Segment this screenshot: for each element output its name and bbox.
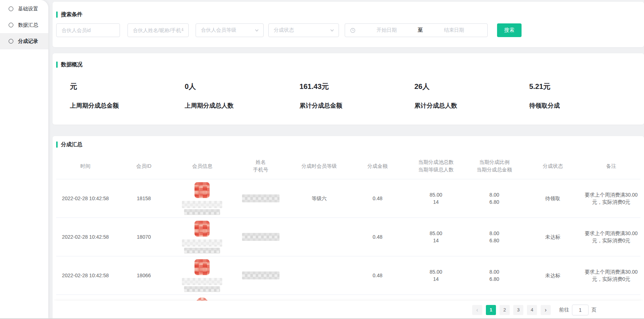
table-section-title: 分成汇总 bbox=[56, 141, 644, 148]
cell-amount: 0.48 bbox=[348, 233, 407, 241]
cell-remark: 要求上个周消费满30.00元，实际消费0元 bbox=[582, 268, 640, 283]
cell-pool: 85.0014 bbox=[407, 230, 465, 244]
share-summary-card: 分成汇总 时间 会员ID 会员信息 姓名手机号 分成时会员等级 分成金额 当期分… bbox=[53, 136, 644, 319]
search-button[interactable]: 搜索 bbox=[497, 23, 522, 37]
partner-level-select[interactable]: 合伙人会员等级 bbox=[196, 23, 264, 37]
col-status: 分成状态 bbox=[524, 162, 582, 170]
overview-card: 数据概况 元 上周期分成总金额 0人 上周期分成总人数 161.43元 累计分成… bbox=[53, 53, 644, 125]
section-title-text: 搜索条件 bbox=[61, 11, 82, 18]
accent-bar bbox=[56, 12, 58, 18]
cell-name-phone bbox=[232, 194, 290, 202]
page-button-2[interactable]: 2 bbox=[500, 305, 510, 315]
cell-member-id: 18158 bbox=[115, 195, 173, 202]
partner-name-input[interactable] bbox=[128, 23, 189, 37]
cell-remark: 要求上个周消费满30.00元，实际消费0元 bbox=[582, 191, 640, 206]
cell-amount: 0.48 bbox=[348, 195, 407, 202]
cell-member-info bbox=[173, 182, 231, 215]
cell-remark: 要求上个周消费满30.00元，实际消费0元 bbox=[582, 230, 640, 244]
accent-bar bbox=[56, 62, 58, 68]
cell-time: 2022-02-28 10:42:58 bbox=[56, 195, 115, 202]
chevron-down-icon bbox=[255, 28, 259, 32]
overview-stats: 元 上周期分成总金额 0人 上周期分成总人数 161.43元 累计分成总金额 2… bbox=[56, 82, 644, 110]
sidebar-item-basic-settings[interactable]: 基础设置 bbox=[0, 1, 48, 17]
redacted-phone-block bbox=[242, 233, 279, 241]
page-button-4[interactable]: 4 bbox=[527, 305, 537, 315]
stat-label: 上周期分成总金额 bbox=[70, 102, 185, 110]
cell-member-info bbox=[173, 259, 231, 292]
stat-total-people: 26人 累计分成总人数 bbox=[414, 82, 529, 110]
date-range-separator: 至 bbox=[418, 27, 423, 33]
date-range-input[interactable]: 开始日期 至 结束日期 bbox=[345, 23, 488, 37]
avatar bbox=[194, 182, 210, 198]
table-row: 2022-02-28 10:42:58 18070 0.48 85.0014 8… bbox=[56, 218, 640, 256]
goto-page-input[interactable] bbox=[572, 305, 589, 315]
search-card: 搜索条件 合伙人会员等级 分成状态 开始日期 至 结束日期 搜索 bbox=[53, 2, 644, 47]
goto-page: 前往 页 bbox=[559, 305, 596, 315]
search-filters: 合伙人会员等级 分成状态 开始日期 至 结束日期 搜索 bbox=[56, 23, 644, 37]
chevron-down-icon bbox=[330, 28, 334, 32]
stat-label: 上周期分成总人数 bbox=[185, 102, 300, 110]
stat-value: 5.21元 bbox=[529, 82, 644, 91]
overview-section-title: 数据概况 bbox=[56, 61, 644, 68]
cell-name-phone bbox=[232, 271, 290, 279]
stat-pending-amount: 5.21元 待领取分成 bbox=[529, 82, 644, 110]
redacted-phone-block bbox=[242, 271, 279, 279]
select-placeholder: 分成状态 bbox=[274, 27, 294, 33]
page-unit-label: 页 bbox=[591, 307, 596, 313]
col-level: 分成时会员等级 bbox=[290, 162, 348, 170]
cell-status: 未达标 bbox=[524, 233, 582, 241]
cell-time: 2022-02-28 10:42:58 bbox=[56, 272, 115, 279]
page-button-1[interactable]: 1 bbox=[486, 305, 496, 315]
partner-member-id-input[interactable] bbox=[56, 23, 120, 37]
sidebar-item-data-summary[interactable]: 数据汇总 bbox=[0, 17, 48, 33]
next-page-button[interactable]: › bbox=[541, 305, 551, 315]
goto-label: 前往 bbox=[559, 307, 569, 313]
pagination-bar: ‹ 1 2 3 4 › 前往 页 bbox=[53, 301, 644, 319]
clock-icon bbox=[350, 28, 355, 33]
redacted-nickname-block bbox=[184, 286, 220, 292]
stat-last-period-people: 0人 上周期分成总人数 bbox=[185, 82, 300, 110]
stat-total-amount: 161.43元 累计分成总金额 bbox=[300, 82, 415, 110]
select-placeholder: 合伙人会员等级 bbox=[201, 27, 236, 33]
end-date-placeholder: 结束日期 bbox=[426, 27, 482, 33]
accent-bar bbox=[56, 141, 58, 148]
table-row: 2022-02-28 10:42:58 18158 等级六 0.48 85.00… bbox=[56, 179, 640, 218]
cell-ratio: 8.006.80 bbox=[465, 191, 523, 206]
stat-value: 0人 bbox=[185, 82, 300, 91]
cell-member-id: 18066 bbox=[115, 272, 173, 279]
share-status-select[interactable]: 分成状态 bbox=[268, 23, 339, 37]
section-title-text: 分成汇总 bbox=[61, 141, 82, 148]
cell-ratio: 8.006.80 bbox=[465, 268, 523, 283]
redacted-name-block bbox=[182, 239, 222, 247]
stat-value: 元 bbox=[70, 82, 185, 91]
sidebar-item-share-records[interactable]: 分成记录 bbox=[0, 33, 48, 49]
search-section-title: 搜索条件 bbox=[56, 11, 644, 18]
cell-level: 等级六 bbox=[290, 195, 348, 202]
circle-icon bbox=[9, 6, 13, 11]
cell-member-id: 18070 bbox=[115, 233, 173, 241]
table-body: 2022-02-28 10:42:58 18158 等级六 0.48 85.00… bbox=[56, 179, 644, 302]
stat-label: 累计分成总金额 bbox=[300, 102, 415, 110]
start-date-placeholder: 开始日期 bbox=[358, 27, 415, 33]
page-button-3[interactable]: 3 bbox=[513, 305, 523, 315]
col-pool: 当期分成池总数当期等级总人数 bbox=[407, 158, 465, 174]
table-header: 时间 会员ID 会员信息 姓名手机号 分成时会员等级 分成金额 当期分成池总数当… bbox=[56, 153, 640, 179]
prev-page-button[interactable]: ‹ bbox=[472, 305, 482, 315]
cell-member-info bbox=[173, 221, 231, 253]
stat-value: 161.43元 bbox=[300, 82, 415, 91]
cell-amount: 0.48 bbox=[348, 272, 407, 279]
redacted-phone-block bbox=[242, 194, 279, 202]
sidebar-item-label: 基础设置 bbox=[18, 6, 38, 12]
redacted-nickname-block bbox=[184, 248, 220, 253]
avatar bbox=[194, 259, 210, 275]
cell-status: 未达标 bbox=[524, 272, 582, 279]
circle-icon bbox=[9, 39, 13, 44]
section-title-text: 数据概况 bbox=[61, 61, 82, 68]
cell-status: 待领取 bbox=[524, 195, 582, 202]
col-amount: 分成金额 bbox=[348, 162, 407, 170]
sidebar: 基础设置 数据汇总 分成记录 bbox=[0, 0, 48, 318]
cell-ratio: 8.006.80 bbox=[465, 230, 523, 244]
col-member-info: 会员信息 bbox=[173, 162, 231, 170]
redacted-name-block bbox=[182, 201, 222, 208]
col-member-id: 会员ID bbox=[115, 162, 173, 170]
